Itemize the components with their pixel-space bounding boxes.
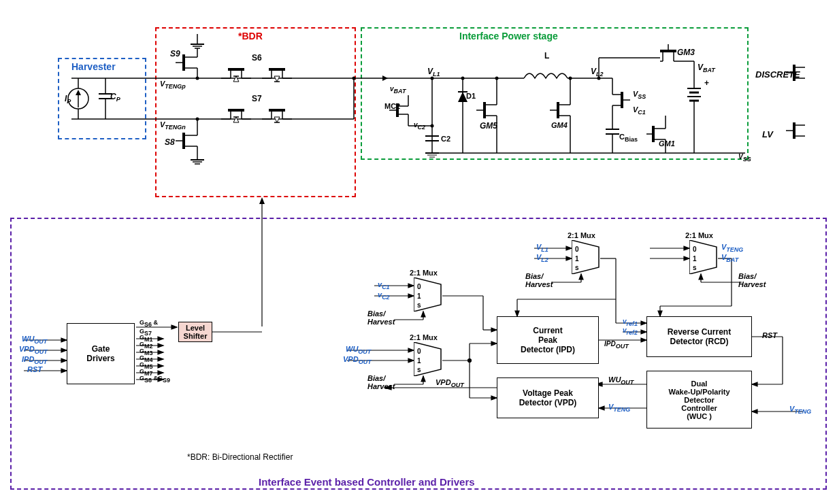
ip-label: IP bbox=[65, 94, 71, 105]
svg-marker-156 bbox=[158, 343, 163, 348]
svg-rect-23 bbox=[228, 68, 244, 71]
vpdout-in: VPDOUT bbox=[19, 345, 48, 355]
cbias-label: CBias bbox=[619, 133, 638, 143]
svg-marker-146 bbox=[61, 348, 67, 352]
footnote: *BDR: Bi-Directional Rectifier bbox=[187, 452, 293, 462]
svg-marker-154 bbox=[158, 337, 163, 341]
svg-marker-202 bbox=[752, 382, 757, 386]
discrete-label: DISCRETE bbox=[755, 69, 800, 80]
wuout-label: WUOUT bbox=[608, 375, 634, 386]
vl1-label: VL1 bbox=[427, 67, 440, 78]
svg-rect-86 bbox=[483, 102, 486, 118]
svg-marker-66 bbox=[382, 75, 388, 81]
mux3-vl1: VL1 bbox=[536, 243, 548, 253]
svg-rect-137 bbox=[793, 122, 795, 139]
s7-label: S7 bbox=[252, 94, 262, 103]
svg-marker-160 bbox=[158, 357, 163, 361]
mux2-vpd: VPDOUT bbox=[343, 355, 372, 365]
svg-rect-47 bbox=[269, 109, 285, 112]
gm1-label: GM1 bbox=[659, 139, 675, 148]
vteng-label: VTENG bbox=[608, 403, 630, 413]
svg-marker-45 bbox=[233, 117, 239, 122]
svg-rect-103 bbox=[621, 92, 623, 108]
svg-rect-15 bbox=[182, 54, 185, 71]
rst-label: RST bbox=[762, 331, 777, 339]
mux1-title: 2:1 Mux bbox=[410, 269, 438, 277]
svg-point-22 bbox=[196, 77, 199, 80]
wuout-in: WUOUT bbox=[22, 335, 47, 345]
svg-rect-114 bbox=[660, 50, 676, 52]
svg-marker-226 bbox=[566, 256, 572, 261]
s6-label: S6 bbox=[252, 53, 262, 63]
mc2-label: MC2 bbox=[384, 102, 400, 110]
svg-marker-142 bbox=[259, 197, 265, 204]
svg-marker-148 bbox=[61, 358, 67, 363]
wuc-block: Dual Wake-Up/Polarity Detector Controlle… bbox=[646, 371, 752, 429]
svg-marker-210 bbox=[408, 284, 414, 288]
svg-marker-52 bbox=[274, 117, 280, 122]
l-label: L bbox=[544, 51, 549, 61]
vref2-label: vref2 bbox=[623, 326, 638, 336]
gs8s9-out: GS8 &GS9 bbox=[140, 375, 170, 384]
ipdout-in: IPDOUT bbox=[22, 355, 47, 365]
svg-marker-219 bbox=[408, 358, 414, 363]
mux1-sel: Bias/ Harvest bbox=[367, 309, 395, 326]
mux-vc: 0 1 s bbox=[414, 278, 444, 314]
svg-point-91 bbox=[495, 77, 499, 80]
mux2-wu: WUOUT bbox=[346, 345, 371, 355]
svg-rect-30 bbox=[269, 68, 285, 71]
svg-marker-191 bbox=[658, 311, 662, 316]
svg-marker-144 bbox=[61, 338, 67, 342]
mux3-title: 2:1 Mux bbox=[568, 231, 595, 239]
ipd-block: Current Peak Detector (IPD) bbox=[497, 316, 599, 364]
vl2-label: VL2 bbox=[591, 67, 604, 78]
lv-label: LV bbox=[762, 129, 773, 139]
svg-marker-233 bbox=[684, 256, 689, 261]
svg-point-101 bbox=[569, 77, 572, 80]
mux1-vc1: vC1 bbox=[378, 280, 390, 290]
mux4-vbat: VBAT bbox=[721, 253, 738, 263]
svg-marker-162 bbox=[158, 364, 163, 368]
vc2-label: vC2 bbox=[414, 121, 425, 131]
vtengp-label: VTENGp bbox=[160, 80, 186, 90]
d1-label: D1 bbox=[466, 92, 476, 100]
mux2-sel: Bias/ Harvest bbox=[367, 374, 395, 390]
mux3-sel: Bias/ Harvest bbox=[525, 272, 553, 288]
svg-marker-150 bbox=[61, 369, 67, 373]
vpdout-label: VPDOUT bbox=[436, 378, 464, 388]
rst-in: RST bbox=[27, 365, 42, 373]
s9-label: S9 bbox=[170, 49, 180, 58]
svg-marker-193 bbox=[641, 338, 646, 342]
vc1-label: VC1 bbox=[633, 105, 646, 116]
svg-marker-171 bbox=[491, 328, 497, 332]
svg-marker-208 bbox=[599, 406, 604, 410]
svg-marker-35 bbox=[274, 76, 280, 82]
svg-marker-206 bbox=[752, 409, 757, 414]
svg-marker-217 bbox=[408, 348, 414, 352]
mux4-sel: Bias/ Harvest bbox=[738, 272, 766, 288]
svg-marker-198 bbox=[641, 330, 646, 334]
ipdout-label: IPDOUT bbox=[604, 340, 629, 350]
svg-rect-95 bbox=[557, 102, 559, 118]
cp-label: CP bbox=[110, 92, 120, 103]
svg-marker-224 bbox=[566, 246, 572, 250]
svg-marker-178 bbox=[491, 396, 497, 400]
c2-label: C2 bbox=[441, 135, 450, 143]
vteng-in-label: VTENG bbox=[789, 405, 811, 415]
svg-marker-28 bbox=[233, 76, 239, 82]
svg-point-179 bbox=[468, 359, 472, 363]
svg-marker-158 bbox=[158, 350, 163, 354]
vss-node-label: VSS bbox=[738, 153, 751, 163]
s8-label: S8 bbox=[165, 137, 175, 147]
svg-marker-186 bbox=[515, 311, 519, 316]
level-shifter-block: Level Shifter bbox=[178, 322, 212, 342]
vbat-lower-label: vBAT bbox=[390, 85, 406, 95]
vpd-block: Voltage Peak Detector (VPD) bbox=[497, 377, 599, 418]
gm4-label: GM4 bbox=[551, 121, 568, 129]
mux-vl: 0 1 s bbox=[572, 240, 602, 276]
vref1-label: vref1 bbox=[623, 318, 638, 327]
mux3-vl2: VL2 bbox=[536, 253, 548, 263]
rcd-block: Reverse Current Detector (RCD) bbox=[646, 316, 752, 357]
plus-label: + bbox=[704, 78, 709, 88]
svg-marker-175 bbox=[491, 341, 497, 346]
